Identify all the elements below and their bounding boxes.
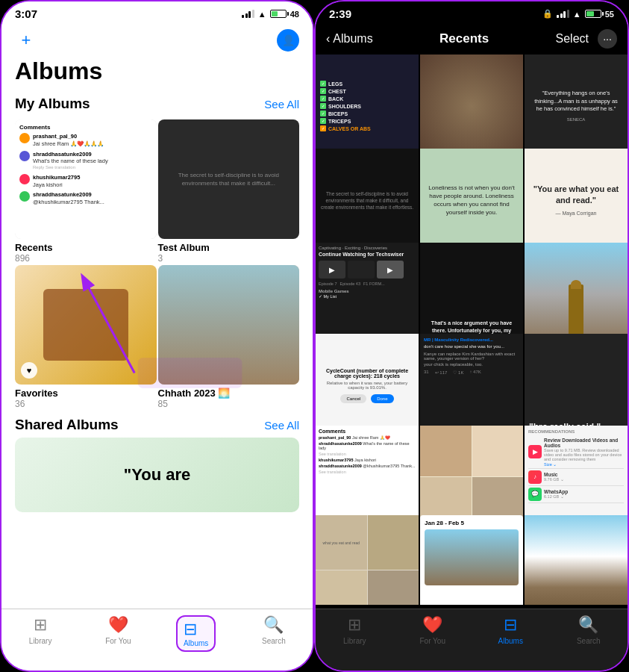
back-button-right[interactable]: ‹ Albums — [326, 32, 373, 46]
photo-big-man[interactable]: That's a nice argument you have there. U… — [420, 243, 523, 346]
library-icon-right: ⊞ — [348, 615, 361, 635]
photo-date-card[interactable]: Jan 28 - Feb 5 — [420, 515, 523, 605]
album-item-recents[interactable]: Comments prashant_pal_90 Jai shree Ram 🙏… — [15, 119, 157, 264]
shared-albums-label: Shared Albums — [15, 417, 119, 433]
photo-you-are-quote[interactable]: "You are what you eat and read." — Maya … — [525, 149, 628, 252]
signal-right — [557, 10, 569, 18]
album-name-favorites: Favorites — [15, 388, 157, 399]
tab-label-albums-right: Albums — [498, 637, 523, 645]
album-thumb-test[interactable]: The secret to self-discipline is to avoi… — [158, 119, 300, 239]
signal-bar-3 — [248, 11, 251, 18]
shared-albums-header: Shared Albums See All — [1, 412, 313, 438]
add-button[interactable]: + — [15, 29, 37, 52]
wifi-icon-left: ▲ — [258, 10, 266, 19]
lock-icon-right: 🔒 — [542, 9, 553, 19]
tab-search-left[interactable]: 🔍 Search — [235, 615, 313, 645]
photo-news[interactable]: MR | Masculinity Rediscovered... don't c… — [420, 334, 523, 437]
photo-streaming[interactable]: Captivating · Exciting · Discoveries Con… — [316, 243, 419, 346]
my-albums-see-all[interactable]: See All — [264, 98, 299, 111]
album-count-recents: 896 — [15, 253, 157, 264]
photo-grid[interactable]: ✓LEGS ✓CHEST ✓BACK ✓SHOULDERS ✓BICEPS ✓T… — [316, 55, 628, 605]
done-button-alert[interactable]: Done — [371, 394, 393, 403]
tab-label-albums-left: Albums — [184, 639, 208, 647]
header-actions-right: Select ··· — [556, 29, 617, 49]
tab-foryou-right[interactable]: ❤️ For You — [394, 615, 472, 645]
photo-collage[interactable] — [420, 426, 523, 529]
album-name-test: Test Album — [158, 242, 300, 253]
signal-bar-1 — [242, 15, 244, 18]
status-bar-right: 2:39 🔒 ▲ 55 — [316, 1, 628, 23]
tab-foryou-left[interactable]: ❤️ For You — [79, 615, 157, 645]
album-count-test: 3 — [158, 253, 300, 264]
album-thumb-favorites[interactable]: ♥ — [15, 265, 157, 385]
photo-workout[interactable]: ✓LEGS ✓CHEST ✓BACK ✓SHOULDERS ✓BICEPS ✓T… — [316, 55, 419, 158]
more-button[interactable]: ··· — [598, 29, 617, 49]
photo-city[interactable] — [525, 243, 628, 346]
tab-search-right[interactable]: 🔍 Search — [550, 615, 628, 645]
album-count-chhath: 85 — [158, 399, 300, 409]
battery-body-left — [270, 10, 287, 18]
battery-fill-left — [272, 11, 278, 16]
search-icon-left: 🔍 — [263, 615, 284, 635]
tab-label-foryou-right: For You — [420, 637, 445, 645]
time-left: 3:07 — [15, 7, 37, 20]
left-header: + 👤 — [1, 23, 313, 55]
time-right: 2:39 — [329, 7, 351, 20]
album-count-favorites: 36 — [15, 399, 157, 409]
phone-left: 3:07 ▲ 48 + 👤 Albums My Albums — [0, 0, 314, 672]
album-name-chhath: Chhath 2023 🌅 — [158, 388, 300, 399]
photo-dark-figure[interactable]: The secret to self-discipline is to avoi… — [316, 149, 419, 252]
photo-quote-seneca[interactable]: "Everything hangs on one's thinking...A … — [525, 55, 628, 158]
photo-bro[interactable]: "bro really said " — [525, 334, 628, 437]
photo-collage-2[interactable]: what you eat and read — [316, 515, 419, 605]
search-icon-right: 🔍 — [578, 615, 598, 635]
photo-recommendations[interactable]: RECOMMENDATIONS ▶ Review Downloaded Vide… — [525, 426, 628, 529]
signal-left — [242, 10, 254, 18]
cancel-button-alert[interactable]: Cancel — [340, 394, 366, 403]
shared-albums-section: Shared Albums See All "You are — [1, 412, 313, 515]
album-item-test[interactable]: The secret to self-discipline is to avoi… — [158, 119, 300, 264]
right-header: ‹ Albums Recents Select ··· — [316, 23, 628, 55]
signal-r1 — [557, 15, 559, 18]
battery-num-left: 48 — [290, 10, 299, 19]
phone-right: 2:39 🔒 ▲ 55 ‹ Albums Recents — [314, 0, 629, 672]
albums-page-title: Albums — [1, 55, 313, 91]
avatar-button[interactable]: 👤 — [277, 29, 299, 52]
select-button[interactable]: Select — [556, 32, 589, 46]
albums-icon-left: ⊟ — [184, 620, 208, 639]
album-thumb-recents[interactable]: Comments prashant_pal_90 Jai shree Ram 🙏… — [15, 119, 157, 239]
photo-alert-dialog[interactable]: CycleCount (number of complete charge cy… — [316, 334, 419, 437]
tab-library-right[interactable]: ⊞ Library — [316, 615, 394, 645]
photo-comments-2[interactable]: Comments prashant_pal_90 Jai shree Ram 🙏… — [316, 426, 419, 529]
photo-food[interactable] — [420, 55, 523, 158]
photo-mountain[interactable] — [525, 515, 628, 605]
foryou-icon-right: ❤️ — [422, 615, 442, 635]
tab-label-library-left: Library — [29, 637, 52, 645]
tab-albums-left[interactable]: ⊟ Albums — [157, 615, 235, 652]
battery-left: 48 — [270, 10, 299, 19]
album-item-chhath[interactable]: Chhath 2023 🌅 85 — [158, 265, 300, 409]
chevron-left-icon: ‹ — [326, 32, 330, 46]
tab-bar-right: ⊞ Library ❤️ For You ⊟ Albums 🔍 Search — [316, 609, 628, 671]
album-item-favorites[interactable]: ♥ Favorites 36 — [15, 265, 157, 409]
tab-library-left[interactable]: ⊞ Library — [1, 615, 79, 645]
shared-albums-see-all[interactable]: See All — [264, 419, 299, 432]
signal-bar-2 — [245, 13, 248, 18]
tab-albums-right[interactable]: ⊟ Albums — [472, 615, 550, 645]
battery-right: 55 — [585, 10, 614, 19]
photo-loneliness-quote[interactable]: Loneliness is not when you don't have pe… — [420, 149, 523, 252]
tab-label-foryou-left: For You — [105, 637, 131, 645]
album-thumb-chhath[interactable] — [158, 265, 300, 385]
battery-body-right — [585, 10, 601, 18]
foryou-icon-left: ❤️ — [108, 615, 128, 635]
tab-label-search-right: Search — [577, 637, 601, 645]
left-scroll-area[interactable]: My Albums See All Comments prashant_pal_… — [1, 91, 313, 659]
tab-label-library-right: Library — [343, 637, 366, 645]
shared-thumb[interactable]: "You are — [15, 438, 299, 512]
back-label-right: Albums — [333, 32, 372, 46]
wifi-icon-right: ▲ — [573, 10, 581, 19]
status-icons-left: ▲ 48 — [242, 10, 299, 19]
library-icon-left: ⊞ — [34, 615, 47, 635]
shared-text-preview: "You are — [124, 465, 191, 485]
album-name-recents: Recents — [15, 242, 157, 253]
